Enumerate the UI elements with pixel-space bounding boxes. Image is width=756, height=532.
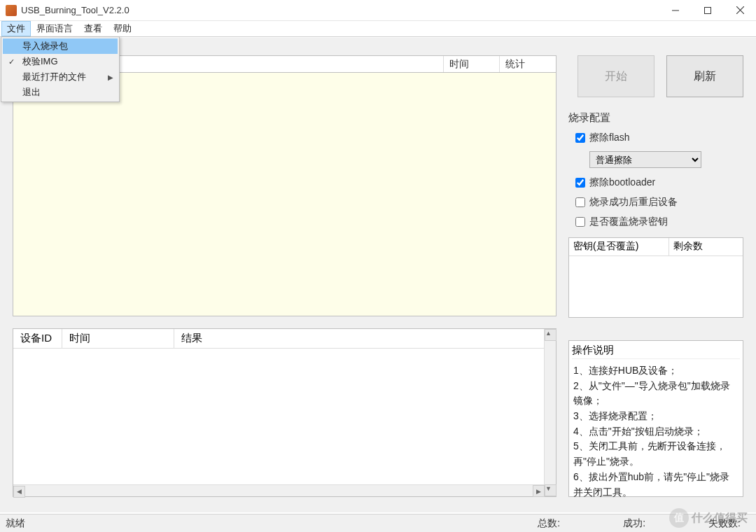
instructions-panel: 操作说明 1、连接好HUB及设备； 2、从"文件"—"导入烧录包"加载烧录镜像；… xyxy=(568,340,743,497)
erase-mode-row: 普通擦除 xyxy=(589,151,743,168)
erase-flash-label: 擦除flash xyxy=(589,132,630,144)
menu-view[interactable]: 查看 xyxy=(78,21,108,36)
config-panel: 烧录配置 擦除flash 普通擦除 擦除bootloader 烧录成功后重启设备… xyxy=(568,111,743,235)
menu-item-label: 校验IMG xyxy=(22,55,58,68)
chevron-right-icon: ▶ xyxy=(108,74,113,81)
menu-verify-img[interactable]: ✓ 校验IMG xyxy=(3,54,118,69)
instruction-line: 2、从"文件"—"导入烧录包"加载烧录镜像； xyxy=(573,379,738,409)
menu-import-package[interactable]: 导入烧录包 xyxy=(3,38,118,54)
close-button[interactable] xyxy=(724,0,756,21)
menu-bar: 文件 界面语言 查看 帮助 xyxy=(0,21,756,36)
status-ready: 就绪 xyxy=(6,517,25,530)
menu-file[interactable]: 文件 xyxy=(1,21,31,36)
status-fail: 失败数: xyxy=(708,517,741,530)
override-key-checkbox[interactable] xyxy=(575,217,585,227)
instruction-line: 3、选择烧录配置； xyxy=(573,409,738,424)
status-bar: 就绪 总数: 成功: 失败数: xyxy=(0,514,756,532)
svg-rect-1 xyxy=(705,7,711,13)
horizontal-scrollbar[interactable]: ◀ ▶ xyxy=(13,484,545,496)
instruction-line: 6、拔出外置hub前，请先"停止"烧录并关闭工具。 xyxy=(573,470,738,500)
scroll-right-icon[interactable]: ▶ xyxy=(533,485,545,497)
instructions-title: 操作说明 xyxy=(572,344,740,359)
reboot-label: 烧录成功后重启设备 xyxy=(589,196,678,209)
upper-col-time: 时间 xyxy=(444,56,500,72)
minimize-button[interactable] xyxy=(659,0,692,21)
scroll-down-icon[interactable]: ▼ xyxy=(545,484,556,496)
status-success: 成功: xyxy=(623,517,645,530)
log-panel[interactable] xyxy=(13,73,556,316)
instruction-line: 4、点击"开始"按钮启动烧录； xyxy=(573,424,738,440)
window-title: USB_Burning_Tool_V2.2.0 xyxy=(21,5,659,15)
scroll-left-icon[interactable]: ◀ xyxy=(13,486,25,498)
main-area: 时间 统计 开始 刷新 烧录配置 擦除flash 普通擦除 擦除bootload… xyxy=(0,38,756,512)
maximize-button[interactable] xyxy=(692,0,724,21)
config-title: 烧录配置 xyxy=(568,111,743,125)
menu-item-label: 退出 xyxy=(22,86,41,99)
title-bar: USB_Burning_Tool_V2.2.0 xyxy=(0,0,756,21)
vertical-scrollbar[interactable]: ▲ ▼ xyxy=(544,329,556,496)
keys-header: 密钥(是否覆盖) 剩余数 xyxy=(569,238,743,256)
upper-col-stats: 统计 xyxy=(500,56,556,72)
scroll-up-icon[interactable]: ▲ xyxy=(545,329,556,341)
erase-bootloader-label: 擦除bootloader xyxy=(589,176,655,189)
reboot-checkbox[interactable] xyxy=(575,197,585,207)
menu-help[interactable]: 帮助 xyxy=(108,21,137,36)
device-col-result: 结果 xyxy=(174,329,556,348)
menu-item-label: 导入烧录包 xyxy=(22,40,68,52)
instruction-line: 5、关闭工具前，先断开设备连接，再"停止"烧录。 xyxy=(573,439,738,469)
override-key-label: 是否覆盖烧录密钥 xyxy=(589,216,668,228)
instruction-line: 1、连接好HUB及设备； xyxy=(573,363,738,379)
keys-box: 密钥(是否覆盖) 剩余数 xyxy=(568,237,743,318)
menu-exit[interactable]: 退出 xyxy=(3,85,118,100)
keys-col-key: 密钥(是否覆盖) xyxy=(569,238,669,255)
menu-recent-files[interactable]: 最近打开的文件 ▶ xyxy=(3,69,118,85)
reboot-row[interactable]: 烧录成功后重启设备 xyxy=(575,196,743,209)
override-key-row[interactable]: 是否覆盖烧录密钥 xyxy=(575,216,743,228)
refresh-button[interactable]: 刷新 xyxy=(666,55,743,97)
device-col-id: 设备ID xyxy=(13,329,62,348)
menu-language[interactable]: 界面语言 xyxy=(31,21,78,36)
erase-bootloader-row[interactable]: 擦除bootloader xyxy=(575,176,743,189)
device-col-time: 时间 xyxy=(62,329,174,348)
instructions-body: 1、连接好HUB及设备； 2、从"文件"—"导入烧录包"加载烧录镜像； 3、选择… xyxy=(572,363,740,500)
erase-flash-checkbox[interactable] xyxy=(575,133,585,143)
erase-bootloader-checkbox[interactable] xyxy=(575,178,585,188)
status-total: 总数: xyxy=(538,517,560,530)
keys-col-remain: 剩余数 xyxy=(669,238,743,255)
app-icon xyxy=(6,5,17,16)
file-dropdown: 导入烧录包 ✓ 校验IMG 最近打开的文件 ▶ 退出 xyxy=(1,36,120,102)
device-header: 设备ID 时间 结果 xyxy=(13,329,556,349)
check-icon: ✓ xyxy=(8,57,15,66)
window-controls xyxy=(659,0,756,21)
menu-item-label: 最近打开的文件 xyxy=(22,71,86,83)
device-table: 设备ID 时间 结果 ▲ ▼ ◀ ▶ xyxy=(13,328,556,497)
start-button[interactable]: 开始 xyxy=(578,55,654,97)
erase-mode-select[interactable]: 普通擦除 xyxy=(589,151,701,168)
erase-flash-row[interactable]: 擦除flash xyxy=(575,132,743,144)
